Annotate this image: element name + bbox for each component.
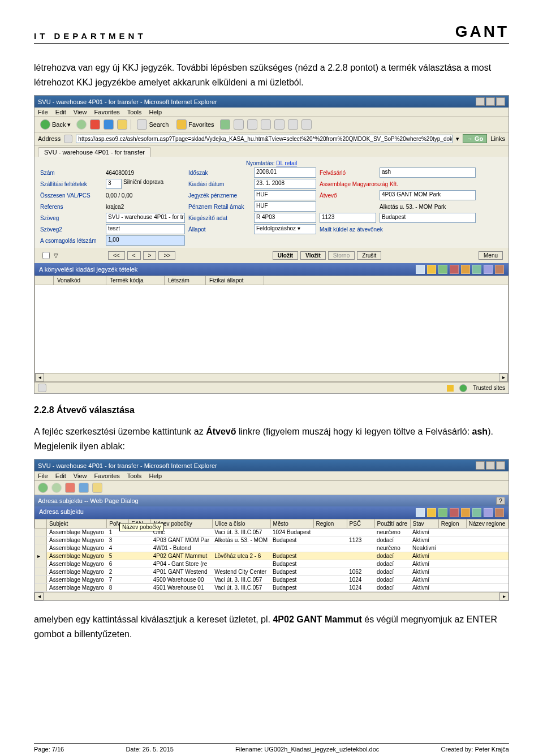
col-stav[interactable]: Stav bbox=[410, 519, 438, 529]
menu-file[interactable]: File bbox=[38, 109, 48, 115]
mail-icon[interactable] bbox=[234, 119, 244, 130]
label-felvasarlo[interactable]: Felvásárló bbox=[320, 170, 376, 176]
dlg-icon-1[interactable] bbox=[416, 508, 425, 517]
menu-file-2[interactable]: File bbox=[38, 472, 48, 479]
insert-button[interactable]: Vložit bbox=[300, 251, 326, 260]
col-nazevreg[interactable]: Název regione bbox=[466, 519, 508, 529]
panel-icon-4[interactable] bbox=[450, 265, 459, 274]
panel-icon-2[interactable] bbox=[427, 265, 436, 274]
table-row[interactable]: Assemblage Magyaro84501 Warehouse 01Vaci… bbox=[35, 584, 508, 592]
minimize-button-2[interactable] bbox=[476, 461, 485, 470]
input-penzneme[interactable]: HUF bbox=[254, 190, 316, 200]
dlg-icon-7[interactable] bbox=[484, 508, 493, 517]
minimize-button[interactable] bbox=[476, 97, 485, 106]
home-icon-2[interactable] bbox=[92, 483, 102, 493]
col-letszam[interactable]: Létszám bbox=[165, 276, 206, 285]
panel-icon-8[interactable] bbox=[495, 265, 504, 274]
menu-edit[interactable]: Edit bbox=[55, 109, 66, 115]
col-vonalkod[interactable]: Vonalkód bbox=[54, 276, 106, 285]
fwd-icon-2[interactable] bbox=[51, 483, 62, 493]
input-kiegval[interactable]: 1123 bbox=[320, 213, 376, 223]
print-icon[interactable] bbox=[247, 119, 257, 130]
input-allapot[interactable]: Feldolgozáshoz ▾ bbox=[254, 224, 316, 234]
close-button[interactable] bbox=[496, 97, 505, 106]
col-region[interactable]: Region bbox=[313, 519, 347, 529]
refresh-icon[interactable] bbox=[104, 119, 114, 130]
input-idoszak[interactable]: 2008.01 bbox=[254, 167, 316, 178]
input-felvasarlo[interactable]: ash bbox=[380, 167, 476, 178]
back-button[interactable]: Back ▾ bbox=[38, 119, 73, 130]
input-szoveg2[interactable]: teszt bbox=[106, 224, 185, 234]
menu-view-2[interactable]: View bbox=[74, 472, 87, 479]
label-atvevo[interactable]: Átvevő bbox=[320, 192, 376, 199]
research-icon[interactable] bbox=[288, 119, 298, 130]
scroll-right-icon[interactable]: ▸ bbox=[499, 373, 508, 381]
stop-icon-2[interactable] bbox=[65, 483, 75, 493]
table-row[interactable]: Assemblage Magyaro44W01 - Butondneurčeno… bbox=[35, 544, 508, 552]
stop-icon[interactable] bbox=[90, 119, 100, 130]
go-button[interactable]: → Go bbox=[463, 134, 487, 143]
scroll-left-2[interactable]: ◂ bbox=[35, 592, 44, 600]
first-button[interactable]: << bbox=[108, 251, 125, 260]
discuss-icon[interactable] bbox=[274, 119, 285, 130]
cancel-button[interactable]: Zrušit bbox=[357, 251, 381, 260]
home-icon[interactable] bbox=[117, 119, 127, 130]
edit-icon[interactable] bbox=[261, 119, 271, 130]
col-fizikai[interactable]: Fizikai állapot bbox=[206, 276, 264, 285]
url-dropdown-icon[interactable]: ▾ bbox=[456, 135, 459, 143]
table-row[interactable]: Assemblage Magyaro74500 Warehouse 00Vaci… bbox=[35, 576, 508, 584]
input-retail[interactable]: HUF bbox=[254, 201, 316, 212]
messenger-icon[interactable] bbox=[301, 119, 312, 130]
menu-favorites[interactable]: Favorites bbox=[94, 109, 120, 115]
col-pouziti[interactable]: Použití adre bbox=[374, 519, 410, 529]
panel-icon-3[interactable] bbox=[438, 265, 447, 274]
col-mesto[interactable]: Město bbox=[270, 519, 313, 529]
panel-icon-1[interactable] bbox=[416, 265, 425, 274]
dlg-icon-3[interactable] bbox=[438, 508, 447, 517]
col-subjekt[interactable]: Subjekt bbox=[47, 519, 107, 529]
last-button[interactable]: >> bbox=[158, 251, 175, 260]
label-mailt[interactable]: Mailt küldel az átvevőnek bbox=[320, 226, 476, 233]
table-row[interactable]: Assemblage Magyaro64P04 - Gant Store (re… bbox=[35, 560, 508, 568]
table-row[interactable]: Assemblage Magyaro1OfficVaci út. 3. III.… bbox=[35, 529, 508, 536]
history-icon[interactable] bbox=[220, 119, 230, 130]
menu-fav-2[interactable]: Favorites bbox=[94, 472, 120, 479]
next-button[interactable]: > bbox=[143, 251, 157, 260]
address-input[interactable]: https://asp.eso9.cz/ash/esoform.asp?Tpag… bbox=[76, 135, 453, 143]
label-penzneme[interactable]: Jegyzék pénzneme bbox=[188, 192, 251, 199]
input-szallitasi[interactable]: 3 bbox=[106, 179, 122, 189]
menu-button[interactable]: Menu bbox=[479, 251, 503, 260]
dialog-help-icon[interactable]: ? bbox=[496, 497, 505, 505]
storno-button[interactable]: Storno bbox=[328, 251, 355, 260]
dlg-icon-5[interactable] bbox=[461, 508, 470, 517]
menu-tools-2[interactable]: Tools bbox=[127, 472, 142, 479]
table-row[interactable]: Assemblage Magyaro24P01 GANT WestendWest… bbox=[35, 568, 508, 576]
dlg-icon-4[interactable] bbox=[450, 508, 459, 517]
menu-help-2[interactable]: Help bbox=[149, 472, 162, 479]
col-region2[interactable]: Region bbox=[438, 519, 466, 529]
col-psc[interactable]: PSČ bbox=[347, 519, 374, 529]
dlg-icon-2[interactable] bbox=[427, 508, 436, 517]
filter-checkbox[interactable] bbox=[42, 252, 50, 259]
scroll-right-2[interactable]: ▸ bbox=[499, 592, 508, 600]
table-row[interactable]: ▸Assemblage Magyaro54P02 GANT MammutLövő… bbox=[35, 552, 508, 560]
label-retail[interactable]: Pénznem Retail árnak bbox=[188, 204, 251, 210]
back-icon-2[interactable] bbox=[38, 483, 48, 493]
menu-view[interactable]: View bbox=[74, 109, 87, 115]
input-atvevo[interactable]: 4P03 GANT MOM Park bbox=[380, 190, 476, 200]
search-button[interactable]: Search bbox=[135, 119, 171, 130]
input-kiegeszito[interactable]: R 4P03 bbox=[254, 213, 316, 223]
dlg-icon-8[interactable] bbox=[495, 508, 504, 517]
col-ulice[interactable]: Ulice a číslo bbox=[212, 519, 270, 529]
maximize-button-2[interactable] bbox=[486, 461, 495, 470]
scroll-left-icon[interactable]: ◂ bbox=[35, 373, 44, 381]
input-csomagolas[interactable]: 1,00 bbox=[106, 235, 185, 246]
favorites-button[interactable]: Favorites bbox=[174, 119, 216, 130]
table-row[interactable]: Assemblage Magyaro34P03 GANT MOM ParAlko… bbox=[35, 536, 508, 544]
tab-svu[interactable]: SVU - warehouse 4P01 - for transfer bbox=[38, 147, 151, 157]
menu-help[interactable]: Help bbox=[149, 109, 162, 115]
save-button[interactable]: Uložit bbox=[273, 251, 298, 260]
col-termek[interactable]: Termék kódja bbox=[106, 276, 165, 285]
label-idoszak[interactable]: Időszak bbox=[188, 170, 251, 176]
dlg-icon-6[interactable] bbox=[472, 508, 481, 517]
